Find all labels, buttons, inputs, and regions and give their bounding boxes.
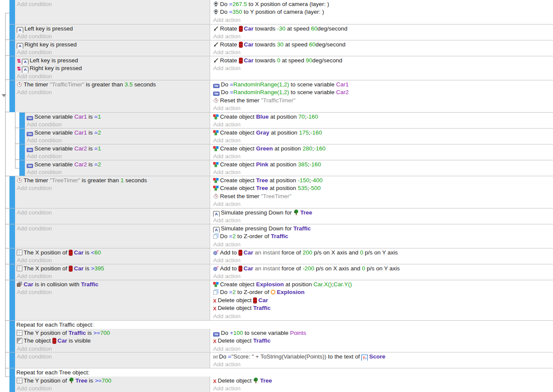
add-condition-button[interactable]: Add condition bbox=[17, 33, 208, 40]
event-selection-bar[interactable] bbox=[9, 208, 15, 224]
condition-line[interactable]: ⇅ARight key is pressed bbox=[17, 64, 208, 72]
add-action-button[interactable]: Add action bbox=[213, 273, 551, 280]
add-action-button[interactable]: Add action bbox=[213, 385, 551, 392]
action-line[interactable]: Create object Gray at position 175;-160 bbox=[213, 129, 551, 137]
action-line[interactable]: XDelete object Tree bbox=[213, 377, 551, 385]
action-line[interactable]: Do =267.5 to X position of camera (layer… bbox=[213, 0, 551, 8]
action-line[interactable]: Do =350 to Y position of camera (layer: … bbox=[213, 8, 551, 16]
action-line[interactable]: Reset the timer "TrafficTimer" bbox=[213, 97, 551, 104]
add-action-button[interactable]: Add action bbox=[213, 137, 551, 144]
condition-line[interactable]: The X position of Car is <60 bbox=[17, 249, 208, 257]
add-condition-button[interactable]: Add condition bbox=[27, 153, 208, 160]
add-action-button[interactable]: Add action bbox=[213, 200, 551, 208]
add-condition-button[interactable]: Add condition bbox=[17, 257, 208, 264]
action-line[interactable]: ASimulate pressing Down for Traffic bbox=[213, 225, 551, 233]
add-condition-button[interactable]: Add condition bbox=[17, 385, 208, 392]
add-condition-button[interactable]: Add condition bbox=[17, 225, 208, 233]
repeat-header[interactable]: Repeat for each Traffic object: bbox=[15, 321, 553, 329]
event-selection-bar[interactable] bbox=[9, 24, 15, 40]
event-selection-bar[interactable] bbox=[9, 264, 15, 280]
add-action-button[interactable]: Add action bbox=[213, 16, 551, 24]
action-line[interactable]: Create object Green at position 280;-160 bbox=[213, 145, 551, 153]
add-action-button[interactable]: Add action bbox=[213, 121, 551, 128]
add-condition-button[interactable]: Add condition bbox=[27, 121, 208, 128]
action-line[interactable]: Reset the timer "TreeTimer" bbox=[213, 193, 551, 200]
condition-line[interactable]: The Y position of Tree is >=700 bbox=[17, 377, 208, 385]
action-line[interactable]: Rotate Car towards 30 at speed 60deg/sec… bbox=[213, 41, 551, 49]
add-action-button[interactable]: Add action bbox=[213, 361, 551, 368]
event-selection-bar[interactable] bbox=[9, 321, 15, 352]
event-selection-bar[interactable] bbox=[9, 352, 15, 368]
event-selection-bar[interactable] bbox=[9, 40, 15, 56]
add-action-button[interactable]: Add action bbox=[213, 241, 551, 248]
condition-line[interactable]: The Y position of Traffic is >=700 bbox=[17, 329, 208, 337]
event-selection-bar[interactable] bbox=[9, 0, 15, 24]
repeat-header[interactable]: Repeat for each Tree object: bbox=[15, 368, 553, 377]
add-action-button[interactable]: Add action bbox=[213, 257, 551, 264]
condition-line[interactable]: VarScene variable Car2 is =1 bbox=[27, 145, 208, 153]
action-line[interactable]: XDelete object Car bbox=[213, 297, 551, 304]
car-object-icon bbox=[239, 58, 243, 64]
add-action-button[interactable]: Add action bbox=[213, 153, 551, 160]
add-action-button[interactable]: Add action bbox=[213, 168, 551, 176]
add-condition-button[interactable]: Add condition bbox=[17, 273, 208, 280]
add-condition-button[interactable]: Add condition bbox=[27, 168, 208, 176]
event-selection-bar[interactable] bbox=[9, 280, 15, 320]
add-condition-button[interactable]: Add condition bbox=[17, 89, 208, 96]
action-line[interactable]: XDelete object Traffic bbox=[213, 337, 551, 345]
action-line[interactable]: Do =2 to Z-order of Traffic bbox=[213, 233, 551, 240]
event-selection-bar[interactable] bbox=[19, 144, 25, 160]
add-action-button[interactable]: Add action bbox=[213, 64, 551, 72]
event-selection-bar[interactable] bbox=[9, 176, 15, 208]
action-line[interactable]: Rotate Car towards -30 at speed 60deg/se… bbox=[213, 25, 551, 33]
condition-line[interactable]: VarScene variable Car1 is =2 bbox=[27, 129, 208, 137]
action-line[interactable]: VarDo +100 to scene variable Points bbox=[213, 329, 551, 337]
add-condition-button[interactable]: Add condition bbox=[17, 73, 208, 80]
add-action-button[interactable]: Add action bbox=[213, 104, 551, 112]
action-line[interactable]: Create object Pink at position 385;-160 bbox=[213, 161, 551, 168]
action-line[interactable]: Add to Car an instant force of -200 p/s … bbox=[213, 265, 551, 273]
add-action-button[interactable]: Add action bbox=[213, 312, 551, 320]
add-condition-button[interactable]: Add condition bbox=[17, 288, 208, 296]
event-selection-bar[interactable] bbox=[9, 248, 15, 264]
action-line[interactable]: txtDo ="Score: " + ToString(Variable(Poi… bbox=[213, 353, 551, 361]
add-action-button[interactable]: Add action bbox=[213, 49, 551, 56]
action-line[interactable]: Rotate Car towards 0 at speed 90deg/seco… bbox=[213, 57, 551, 64]
condition-line[interactable]: Car is in collision with Traffic bbox=[17, 281, 208, 288]
add-condition-button[interactable]: Add condition bbox=[27, 137, 208, 144]
event-selection-bar[interactable] bbox=[19, 129, 25, 144]
add-condition-button[interactable]: Add condition bbox=[17, 209, 208, 217]
event-selection-bar[interactable] bbox=[9, 56, 15, 80]
action-line[interactable]: XDelete object Traffic bbox=[213, 304, 551, 312]
action-line[interactable]: Create object Explosion at position Car.… bbox=[213, 281, 551, 288]
condition-line[interactable]: The timer "TrafficTimer" is greater than… bbox=[17, 81, 208, 89]
action-line[interactable]: ASimulate pressing Down for Tree bbox=[213, 209, 551, 217]
add-condition-button[interactable]: Add condition bbox=[17, 353, 208, 361]
action-line[interactable]: Create object Tree at position 535;-500 bbox=[213, 184, 551, 192]
event-selection-bar[interactable] bbox=[9, 80, 15, 112]
condition-line[interactable]: ⇅ALeft key is pressed bbox=[17, 57, 208, 64]
condition-line[interactable]: The object Car is visible bbox=[17, 337, 208, 345]
add-action-button[interactable]: Add action bbox=[213, 217, 551, 224]
event-selection-bar[interactable] bbox=[9, 224, 15, 248]
event-selection-bar[interactable] bbox=[19, 113, 25, 128]
collapse-arrow-icon[interactable] bbox=[2, 94, 6, 97]
action-line[interactable]: VarDo =RandomInRange(1,2) to scene varia… bbox=[213, 81, 551, 89]
action-line[interactable]: VarDo =RandomInRange(1,2) to scene varia… bbox=[213, 89, 551, 96]
condition-line[interactable]: VarScene variable Car1 is =1 bbox=[27, 113, 208, 121]
add-action-button[interactable]: Add action bbox=[213, 33, 551, 40]
add-condition-button[interactable]: Add condition bbox=[17, 0, 208, 8]
condition-line[interactable]: ALeft key is pressed bbox=[17, 25, 208, 33]
condition-line[interactable]: ARight key is pressed bbox=[17, 41, 208, 49]
action-line[interactable]: Create object Blue at position 70;-160 bbox=[213, 113, 551, 121]
condition-line[interactable]: VarScene variable Car2 is =2 bbox=[27, 161, 208, 168]
add-condition-button[interactable]: Add condition bbox=[17, 184, 208, 192]
condition-line[interactable]: The timer "TreeTimer" is greater than 1 … bbox=[17, 177, 208, 184]
add-condition-button[interactable]: Add condition bbox=[17, 49, 208, 56]
action-line[interactable]: Add to Car an instant force of 200 p/s o… bbox=[213, 249, 551, 257]
event-selection-bar[interactable] bbox=[19, 160, 25, 176]
event-selection-bar[interactable] bbox=[9, 368, 15, 392]
condition-line[interactable]: The X position of Car is >395 bbox=[17, 265, 208, 273]
action-line[interactable]: Create object Tree at position -150;-400 bbox=[213, 177, 551, 184]
action-line[interactable]: Do =2 to Z-order of Explosion bbox=[213, 288, 551, 296]
